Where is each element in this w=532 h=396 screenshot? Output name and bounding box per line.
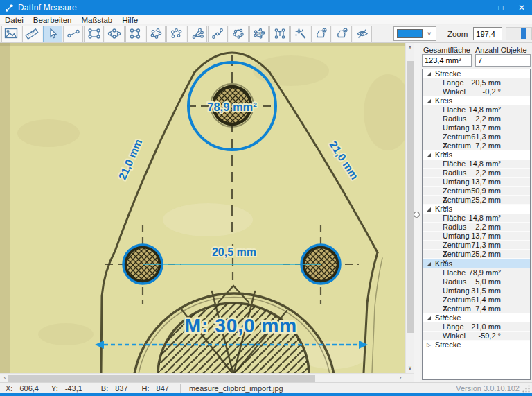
tree-row-fläche[interactable]: Fläche14,8 mm² xyxy=(423,160,530,169)
resize-grip-icon[interactable] xyxy=(522,384,531,393)
tree-group-kreis-4[interactable]: Kreis xyxy=(423,259,530,268)
tree-row-value: 61,4 mm xyxy=(471,295,501,304)
close-button[interactable]: ✕ xyxy=(511,0,532,15)
tree-row-umfang[interactable]: Umfang13,7 mm xyxy=(423,232,530,241)
menu-bearbeiten[interactable]: Bearbeiten xyxy=(28,15,77,25)
tree-row-value: 61,3 mm xyxy=(471,132,501,141)
measurement-tree[interactable]: StreckeLänge20,5 mmWinkel-0,2 °KreisFläc… xyxy=(422,69,531,380)
magic-wand-button[interactable] xyxy=(290,26,310,42)
measure-freehand-button[interactable] xyxy=(229,26,249,42)
tree-group-kreis-3[interactable]: Kreis xyxy=(423,205,530,214)
tree-row-zentrum-x[interactable]: Zentrum X50,9 mm xyxy=(423,187,530,196)
measurement-canvas[interactable]: 78,9 mm² 21,0 mm 21,0 mm 20,5 mm M: 30,0… xyxy=(0,43,405,373)
color-dropdown[interactable]: ˅ xyxy=(393,26,436,41)
app-window: DatInf Measure – □ ✕ Datei Bearbeiten Ma… xyxy=(0,0,532,396)
panel-splitter[interactable] xyxy=(414,43,420,382)
tree-row-umfang[interactable]: Umfang13,7 mm xyxy=(423,123,530,132)
zoom-slider[interactable] xyxy=(506,27,532,40)
tree-row-winkel[interactable]: Winkel-59,2 ° xyxy=(423,332,530,341)
measure-polygon-button[interactable] xyxy=(146,26,166,42)
tree-row-umfang[interactable]: Umfang13,7 mm xyxy=(423,178,530,187)
tree-row-value: 2,2 mm xyxy=(475,169,501,177)
status-x-value: 606,4 xyxy=(19,384,39,393)
tree-row-fläche[interactable]: Fläche78,9 mm² xyxy=(423,268,530,277)
zoom-input[interactable] xyxy=(473,27,502,40)
toolbar: DXF ˅ Zoom xyxy=(0,25,532,43)
expanded-triangle-icon[interactable] xyxy=(426,207,432,212)
tree-row-länge[interactable]: Länge20,5 mm xyxy=(423,78,530,87)
menu-hilfe[interactable]: Hilfe xyxy=(117,15,143,25)
tree-group-label: Kreis xyxy=(435,259,452,268)
tree-row-zentrum-x[interactable]: Zentrum X71,3 mm xyxy=(423,241,530,250)
hide-measurements-button[interactable] xyxy=(353,26,373,42)
export-dxf-button[interactable]: DXF xyxy=(249,26,269,42)
tree-row-radius[interactable]: Radius2,2 mm xyxy=(423,223,530,232)
subtract-region-button[interactable] xyxy=(332,26,352,42)
zoom-slider-thumb[interactable] xyxy=(521,28,526,39)
measure-open-polygon-button[interactable] xyxy=(166,26,186,42)
horizontal-scrollbar-thumb[interactable] xyxy=(8,375,315,382)
collapsed-triangle-icon[interactable]: ▷ xyxy=(426,343,432,348)
measure-rectangle-button[interactable] xyxy=(84,26,104,42)
tree-row-radius[interactable]: Radius2,2 mm xyxy=(423,169,530,178)
tree-group-kreis-2[interactable]: Kreis xyxy=(423,150,530,160)
tree-row-zentrum-y[interactable]: Zentrum Y25,2 mm xyxy=(423,250,530,259)
tree-row-zentrum-x[interactable]: Zentrum X61,3 mm xyxy=(423,132,530,141)
measure-polyline-button[interactable] xyxy=(208,26,228,42)
tree-row-value: 21,0 mm xyxy=(471,322,501,331)
menu-massstab[interactable]: Maßstab xyxy=(76,15,117,25)
tree-row-label: Radius xyxy=(443,223,475,231)
polyline-icon xyxy=(211,27,224,40)
total-area-field[interactable] xyxy=(422,54,472,67)
tree-group-kreis-1[interactable]: Kreis xyxy=(423,96,530,105)
text-label-button[interactable] xyxy=(269,26,290,42)
scroll-left-icon[interactable]: ‹ xyxy=(1,374,8,382)
expanded-triangle-icon[interactable] xyxy=(426,262,432,266)
measure-ellipse-button[interactable] xyxy=(105,26,125,42)
select-cursor-button[interactable] xyxy=(43,26,63,42)
open-image-button[interactable] xyxy=(1,26,21,42)
expanded-triangle-icon[interactable] xyxy=(426,72,432,76)
scroll-right-icon[interactable]: › xyxy=(397,374,404,382)
tree-row-label: Radius xyxy=(443,277,475,286)
tree-row-zentrum-y[interactable]: Zentrum Y25,2 mm xyxy=(423,196,530,205)
tree-group-strecke-0[interactable]: Strecke xyxy=(423,69,530,78)
tree-group-strecke-5[interactable]: Strecke xyxy=(423,313,530,322)
window-border-bottom xyxy=(0,393,532,396)
expanded-triangle-icon[interactable] xyxy=(426,99,432,103)
tree-row-zentrum-y[interactable]: Zentrum Y7,2 mm xyxy=(423,141,530,150)
add-region-button[interactable] xyxy=(311,26,331,42)
tree-row-radius[interactable]: Radius2,2 mm xyxy=(423,114,530,123)
maximize-button[interactable]: □ xyxy=(490,0,511,15)
tree-row-radius[interactable]: Radius5,0 mm xyxy=(423,277,530,286)
tree-row-label: Zentrum Y xyxy=(443,141,475,150)
measure-angle-fan-button[interactable] xyxy=(187,26,207,42)
expanded-triangle-icon[interactable] xyxy=(426,316,432,320)
tree-row-fläche[interactable]: Fläche14,8 mm² xyxy=(423,214,530,223)
tree-group-label: Kreis xyxy=(435,205,452,214)
status-width-label: B: xyxy=(101,384,108,393)
tree-row-value: 7,2 mm xyxy=(475,141,501,150)
open-polygon-icon xyxy=(170,27,184,40)
vertical-scrollbar-thumb[interactable] xyxy=(407,61,414,333)
splitter-grip[interactable] xyxy=(414,212,420,218)
tree-group-strecke-6[interactable]: ▷Strecke xyxy=(423,341,530,350)
measure-line-button[interactable] xyxy=(63,26,83,42)
minimize-button[interactable]: – xyxy=(470,0,490,15)
vertical-scrollbar[interactable]: ∧ ∨ xyxy=(405,43,414,373)
tree-row-label: Umfang xyxy=(443,123,471,132)
tree-row-länge[interactable]: Länge21,0 mm xyxy=(423,322,530,332)
expanded-triangle-icon[interactable] xyxy=(426,153,432,157)
region-plus-icon xyxy=(314,27,328,40)
measure-square-button[interactable] xyxy=(125,26,145,42)
tree-row-zentrum-x[interactable]: Zentrum X61,4 mm xyxy=(423,295,530,304)
object-count-field[interactable] xyxy=(475,54,531,67)
menu-datei[interactable]: Datei xyxy=(0,15,28,25)
tree-row-value: 2,2 mm xyxy=(475,114,501,123)
horizontal-scrollbar[interactable]: ‹ › xyxy=(0,373,414,382)
scale-ruler-button[interactable] xyxy=(22,26,42,42)
tree-row-fläche[interactable]: Fläche14,8 mm² xyxy=(423,105,530,114)
tree-row-zentrum-y[interactable]: Zentrum Y7,4 mm xyxy=(423,304,530,313)
tree-row-winkel[interactable]: Winkel-0,2 ° xyxy=(423,87,530,96)
tree-row-umfang[interactable]: Umfang31,5 mm xyxy=(423,286,530,295)
